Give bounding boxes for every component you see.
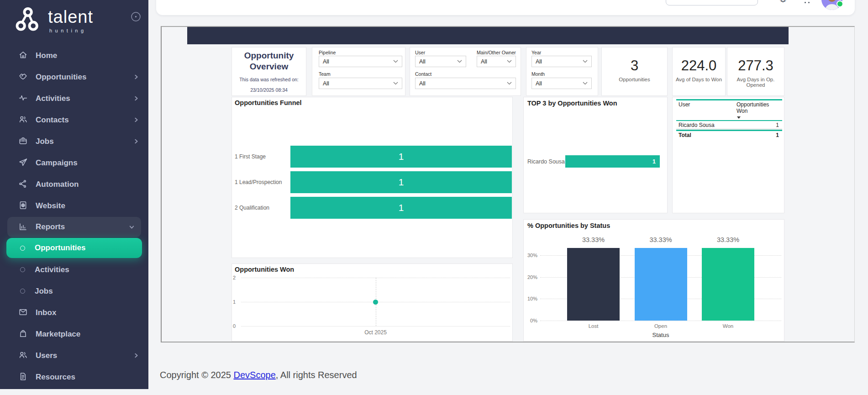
kpi-value: 277.3 — [727, 58, 784, 74]
chevron-down-icon — [393, 82, 398, 85]
sidebar-item-label: Inbox — [36, 308, 139, 317]
pct-opportunities-by-status-chart[interactable]: % Opportunities by Status 0%10%20%30%33.… — [523, 219, 784, 342]
home-icon — [18, 50, 29, 61]
funnel-plot-area: 1 First Stage11 Lead/Prospection12 Quali… — [232, 97, 512, 258]
status-bar-value-label: 33.33% — [631, 236, 690, 243]
chevron-down-icon — [393, 60, 398, 63]
report-top-bar — [187, 27, 789, 44]
x-axis-tick-label: Oct 2025 — [348, 329, 403, 336]
sidebar-item-label: Jobs — [36, 137, 133, 146]
table-header-opportunities-won: Opportunities Won — [736, 101, 779, 114]
chevron-right-icon — [133, 353, 139, 358]
footer: Copyright © 2025 DevScope, All rights Re… — [160, 370, 357, 380]
year-filter-label: Year — [531, 50, 541, 55]
table-top-border — [676, 99, 782, 100]
brand-tagline: hunting — [49, 28, 93, 33]
kpi-card-avg-days-to-won: 224.0 Avg of Days to Won — [672, 47, 726, 96]
y-axis-tick-label: 0 — [233, 323, 238, 329]
top3-opportunities-won-chart[interactable]: TOP 3 by Opportunities Won Ricardo Sousa… — [523, 97, 668, 213]
sidebar-item-users[interactable]: Users — [0, 345, 148, 366]
opportunities-funnel-chart[interactable]: Opportunities Funnel 1 First Stage11 Lea… — [231, 97, 513, 258]
status-bar-won[interactable] — [702, 248, 754, 321]
sidebar-item-automation[interactable]: Automation — [0, 174, 148, 195]
funnel-bar-value: 1 — [399, 177, 404, 188]
top3-plot-area: Ricardo Sousa1 — [524, 97, 667, 213]
sidebar-item-label: Opportunities — [35, 243, 136, 253]
year-filter-value: All — [536, 58, 542, 65]
funnel-category-label: 1 Lead/Prospection — [235, 171, 289, 193]
contact-filter-dropdown[interactable]: All — [415, 78, 516, 89]
data-point[interactable] — [373, 300, 378, 305]
sidebar-item-inbox[interactable]: Inbox — [0, 302, 148, 323]
envelope-icon — [18, 307, 29, 318]
x-axis-category-label: Lost — [564, 323, 623, 329]
status-bar-lost[interactable] — [567, 248, 620, 321]
gridline — [241, 326, 510, 327]
team-filter-dropdown[interactable]: All — [319, 78, 402, 89]
sidebar-item-reports[interactable]: Reports — [7, 217, 141, 237]
chevron-right-icon — [133, 95, 139, 101]
sidebar-item-label: Home — [36, 51, 139, 60]
sidebar-item-resources[interactable]: Resources — [0, 366, 148, 388]
application-window: talent hunting HomeOpportunitiesActiviti… — [0, 0, 868, 395]
sidebar-collapse-icon[interactable] — [131, 11, 141, 22]
team-filter-value: All — [323, 80, 329, 87]
user-filter-dropdown[interactable]: All — [415, 56, 466, 67]
sidebar-item-reports-opportunities[interactable]: Opportunities — [6, 238, 142, 258]
kpi-card-avg-days-in-op-opened: 277.3 Avg Days in Op. Opened — [727, 47, 784, 96]
radio-bullet-icon — [20, 267, 25, 272]
status-bar-open[interactable] — [635, 248, 687, 321]
sidebar-item-campaigns[interactable]: Campaigns — [0, 152, 148, 174]
chevron-right-icon — [133, 117, 139, 123]
sidebar-item-contacts[interactable]: Contacts — [0, 109, 148, 131]
top3-bar[interactable]: 1 — [565, 155, 660, 168]
gear-icon[interactable]: ⚙ — [779, 0, 787, 5]
funnel-category-label: 1 First Stage — [235, 146, 289, 168]
sidebar-item-reports-jobs[interactable]: Jobs — [0, 280, 148, 302]
pulse-icon — [18, 93, 29, 104]
search-input[interactable] — [666, 0, 758, 5]
y-axis-tick-label: 30% — [524, 253, 537, 258]
sidebar-item-marketplace[interactable]: Marketplace — [0, 323, 148, 345]
kpi-card-opportunities: 3 Opportunities — [601, 47, 668, 96]
funnel-bar[interactable]: 1 — [290, 197, 512, 219]
devscope-link[interactable]: DevScope — [234, 370, 276, 380]
table-row-value: 1 — [736, 122, 779, 128]
month-filter-dropdown[interactable]: All — [531, 78, 592, 89]
table-row-divider — [676, 129, 782, 129]
x-axis-category-label: Open — [631, 323, 690, 329]
opportunities-won-over-time-chart[interactable]: Opportunities Won 012Oct 2025 — [231, 263, 513, 342]
shopping-bag-icon — [18, 329, 29, 339]
brand-name: talent — [48, 8, 93, 26]
chevron-down-icon — [583, 60, 588, 63]
user-opportunities-won-table[interactable]: UserOpportunities WonRicardo Sousa1Total… — [672, 97, 784, 213]
sidebar-item-label: Jobs — [35, 287, 139, 296]
apps-grid-icon[interactable] — [805, 0, 810, 4]
sidebar-item-jobs[interactable]: Jobs — [0, 131, 148, 152]
brand-logo[interactable]: talent hunting — [16, 6, 93, 33]
sidebar-item-opportunities[interactable]: Opportunities — [0, 66, 148, 88]
user-filter-label: User — [415, 50, 425, 55]
funnel-bar[interactable]: 1 — [290, 171, 512, 193]
sidebar-item-website[interactable]: Website — [0, 195, 148, 216]
year-filter-dropdown[interactable]: All — [531, 56, 592, 67]
sidebar-item-reports-activities[interactable]: Activities — [0, 259, 148, 280]
sidebar-item-activities[interactable]: Activities — [0, 88, 148, 109]
powerbi-report-frame: Opportunity Overview This data was refre… — [161, 26, 855, 342]
chevron-down-icon — [457, 60, 462, 63]
pipeline-filter-dropdown[interactable]: All — [319, 56, 402, 67]
main-other-owner-filter-value: All — [481, 58, 487, 65]
funnel-bar[interactable]: 1 — [290, 146, 512, 168]
sidebar-item-home[interactable]: Home — [0, 45, 148, 66]
y-axis-tick-label: 20% — [524, 274, 537, 280]
sort-descending-icon[interactable] — [737, 116, 741, 119]
kpi-label: Avg of Days to Won — [673, 77, 725, 82]
status-bar-value-label: 33.33% — [564, 236, 623, 243]
main-other-owner-filter-dropdown[interactable]: All — [477, 56, 516, 67]
refreshed-label: This data was refreshed on: — [232, 77, 306, 82]
webpage-icon — [18, 200, 29, 211]
top-header-bar: ⚙ — [156, 0, 855, 15]
won-plot-area: 012Oct 2025 — [232, 264, 512, 341]
sidebar-item-label: Marketplace — [36, 330, 139, 339]
sidebar: talent hunting HomeOpportunitiesActiviti… — [0, 0, 148, 389]
